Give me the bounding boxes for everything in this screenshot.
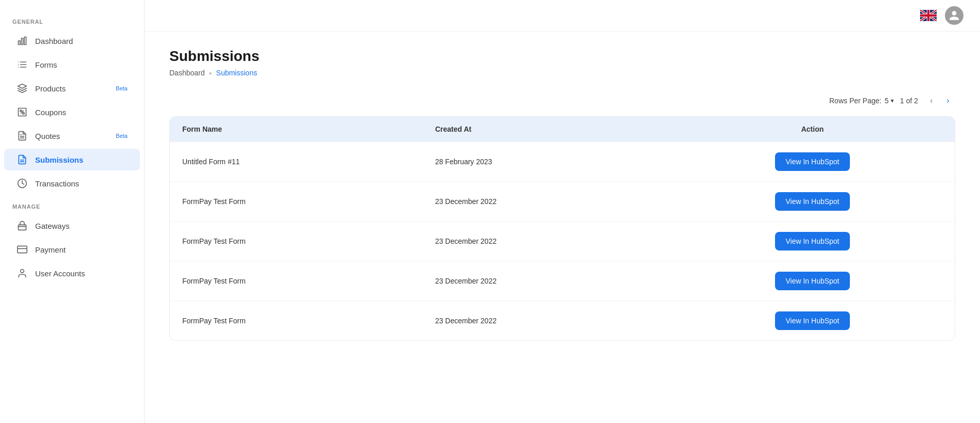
table-row: FormPay Test Form23 December 2022View In… bbox=[170, 301, 955, 341]
sidebar-label-forms: Forms bbox=[35, 60, 57, 69]
sidebar-item-quotes[interactable]: Quotes Beta bbox=[4, 125, 140, 147]
breadcrumb-current: Submissions bbox=[216, 69, 257, 77]
table-row: Untitled Form #1128 February 2023View In… bbox=[170, 142, 955, 182]
sidebar-label-submissions: Submissions bbox=[35, 155, 83, 164]
cell-form-name: Untitled Form #11 bbox=[170, 142, 423, 182]
view-in-hubspot-button[interactable]: View In HubSpot bbox=[775, 192, 849, 211]
svg-rect-18 bbox=[19, 225, 26, 230]
products-beta-badge: Beta bbox=[116, 85, 128, 91]
submissions-table-container: Form Name Created At Action Untitled For… bbox=[169, 116, 955, 341]
rows-per-page-value: 5 bbox=[884, 97, 889, 105]
sidebar-label-transactions: Transactions bbox=[35, 179, 79, 188]
cell-created-at: 23 December 2022 bbox=[423, 261, 670, 301]
sidebar-item-dashboard[interactable]: Dashboard bbox=[4, 30, 140, 52]
quotes-icon bbox=[17, 130, 28, 142]
page-info: 1 of 2 bbox=[900, 97, 918, 105]
view-in-hubspot-button[interactable]: View In HubSpot bbox=[775, 152, 849, 171]
svg-point-11 bbox=[23, 113, 24, 114]
sidebar-item-payment[interactable]: Payment bbox=[4, 239, 140, 260]
cell-form-name: FormPay Test Form bbox=[170, 182, 423, 222]
user-avatar[interactable] bbox=[945, 6, 963, 25]
submissions-icon bbox=[17, 154, 28, 165]
products-icon bbox=[17, 83, 28, 94]
sidebar-label-gateways: Gateways bbox=[35, 222, 70, 230]
manage-section-label: MANAGE bbox=[0, 195, 144, 214]
column-created-at: Created At bbox=[423, 117, 670, 142]
breadcrumb-home[interactable]: Dashboard bbox=[169, 69, 205, 77]
pagination-bar: Rows Per Page: 5 ▾ 1 of 2 ‹ › bbox=[169, 93, 955, 108]
chevron-down-icon: ▾ bbox=[891, 97, 894, 104]
cell-created-at: 23 December 2022 bbox=[423, 222, 670, 261]
cell-created-at: 23 December 2022 bbox=[423, 182, 670, 222]
cell-action: View In HubSpot bbox=[670, 142, 955, 182]
transactions-icon bbox=[17, 178, 28, 189]
cell-form-name: FormPay Test Form bbox=[170, 261, 423, 301]
sidebar-label-user-accounts: User Accounts bbox=[35, 269, 85, 278]
breadcrumb-separator: ● bbox=[209, 70, 212, 76]
svg-rect-2 bbox=[24, 37, 26, 45]
page-title: Submissions bbox=[169, 48, 955, 65]
svg-rect-0 bbox=[19, 41, 20, 45]
svg-rect-1 bbox=[21, 38, 23, 45]
rows-per-page-label: Rows Per Page: bbox=[829, 97, 881, 105]
main-area: Submissions Dashboard ● Submissions Rows… bbox=[145, 0, 980, 423]
user-accounts-icon bbox=[17, 268, 28, 279]
sidebar-item-forms[interactable]: Forms bbox=[4, 54, 140, 75]
cell-action: View In HubSpot bbox=[670, 222, 955, 261]
cell-created-at: 28 February 2023 bbox=[423, 142, 670, 182]
view-in-hubspot-button[interactable]: View In HubSpot bbox=[775, 272, 849, 290]
cell-created-at: 23 December 2022 bbox=[423, 301, 670, 341]
sidebar-item-submissions[interactable]: Submissions bbox=[4, 149, 140, 170]
table-row: FormPay Test Form23 December 2022View In… bbox=[170, 182, 955, 222]
sidebar-item-gateways[interactable]: Gateways bbox=[4, 215, 140, 237]
language-flag[interactable] bbox=[920, 9, 937, 22]
cell-form-name: FormPay Test Form bbox=[170, 222, 423, 261]
quotes-beta-badge: Beta bbox=[116, 133, 128, 139]
table-row: FormPay Test Form23 December 2022View In… bbox=[170, 261, 955, 301]
forms-icon bbox=[17, 59, 28, 70]
svg-marker-9 bbox=[18, 84, 27, 88]
breadcrumb: Dashboard ● Submissions bbox=[169, 69, 955, 77]
chart-icon bbox=[17, 35, 28, 46]
page-content: Submissions Dashboard ● Submissions Rows… bbox=[145, 32, 980, 423]
coupons-icon bbox=[17, 106, 28, 118]
column-form-name: Form Name bbox=[170, 117, 423, 142]
sidebar-label-dashboard: Dashboard bbox=[35, 37, 73, 45]
sidebar-label-quotes: Quotes bbox=[35, 132, 60, 140]
table-body: Untitled Form #1128 February 2023View In… bbox=[170, 142, 955, 341]
svg-point-10 bbox=[20, 110, 22, 112]
view-in-hubspot-button[interactable]: View In HubSpot bbox=[775, 232, 849, 250]
topbar bbox=[145, 0, 980, 32]
sidebar-label-coupons: Coupons bbox=[35, 108, 66, 117]
sidebar: GENERAL Dashboard Forms Products Beta bbox=[0, 0, 145, 423]
submissions-table: Form Name Created At Action Untitled For… bbox=[170, 117, 955, 340]
prev-page-button[interactable]: ‹ bbox=[924, 93, 939, 108]
sidebar-item-products[interactable]: Products Beta bbox=[4, 77, 140, 99]
table-header-row: Form Name Created At Action bbox=[170, 117, 955, 142]
sidebar-label-payment: Payment bbox=[35, 245, 66, 254]
sidebar-item-transactions[interactable]: Transactions bbox=[4, 173, 140, 194]
table-row: FormPay Test Form23 December 2022View In… bbox=[170, 222, 955, 261]
column-action: Action bbox=[670, 117, 955, 142]
rows-per-page-control: Rows Per Page: 5 ▾ bbox=[829, 97, 894, 105]
cell-action: View In HubSpot bbox=[670, 261, 955, 301]
next-page-button[interactable]: › bbox=[941, 93, 955, 108]
cell-form-name: FormPay Test Form bbox=[170, 301, 423, 341]
sidebar-item-user-accounts[interactable]: User Accounts bbox=[4, 262, 140, 284]
gateways-icon bbox=[17, 220, 28, 231]
svg-rect-20 bbox=[18, 246, 27, 253]
payment-icon bbox=[17, 244, 28, 255]
sidebar-item-coupons[interactable]: Coupons bbox=[4, 101, 140, 123]
general-section-label: GENERAL bbox=[0, 10, 144, 29]
sidebar-label-products: Products bbox=[35, 84, 66, 93]
rows-per-page-select[interactable]: 5 ▾ bbox=[884, 97, 894, 105]
page-nav: ‹ › bbox=[924, 93, 955, 108]
cell-action: View In HubSpot bbox=[670, 182, 955, 222]
cell-action: View In HubSpot bbox=[670, 301, 955, 341]
svg-point-22 bbox=[21, 270, 24, 273]
view-in-hubspot-button[interactable]: View In HubSpot bbox=[775, 311, 849, 330]
